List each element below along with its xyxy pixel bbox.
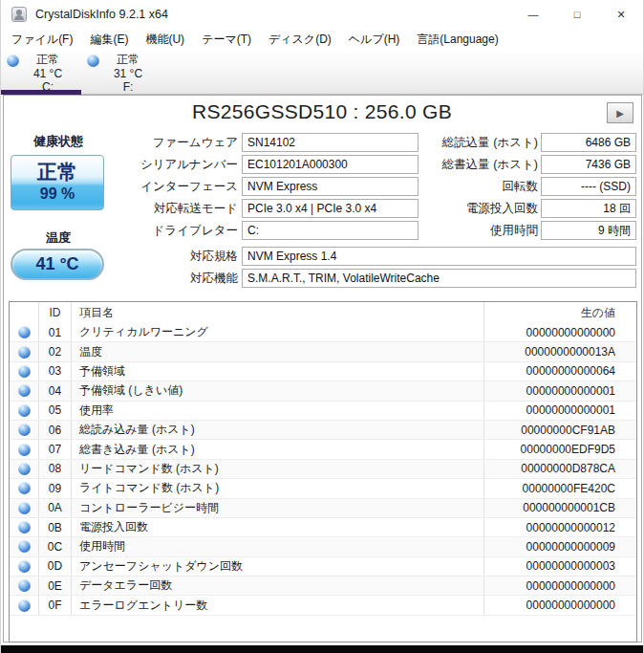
status-orb-icon (18, 540, 31, 553)
table-row[interactable]: 0E データエラー回数 00000000000000 (10, 577, 636, 596)
tab-status: 正常 (98, 53, 158, 67)
window-bottom-edge (1, 645, 643, 653)
attribute-id: 07 (38, 440, 71, 458)
table-row[interactable]: 04 予備領域 (しきい値) 00000000000001 (10, 381, 636, 401)
menu-item-disk[interactable]: ディスク(D) (260, 32, 340, 48)
drive-tab-c[interactable]: 正常 41 °C C: (1, 52, 81, 94)
attribute-id: 04 (38, 381, 71, 400)
minimize-button[interactable]: — (511, 0, 555, 29)
header-id: ID (38, 302, 71, 323)
attribute-raw-value: 00000000000001 (483, 381, 636, 400)
table-row[interactable]: 09 ライトコマンド数 (ホスト) 00000000FE420C (10, 479, 636, 498)
attribute-raw-value: 00000000000000 (483, 577, 636, 595)
status-orb-icon (18, 482, 31, 494)
attribute-name: 総読み込み量 (ホスト) (71, 421, 483, 439)
header-raw-value: 生の値 (483, 302, 636, 323)
attribute-raw-value: 00000000000000 (483, 323, 636, 341)
app-icon (11, 7, 27, 22)
table-row[interactable]: 02 温度 0000000000013A (10, 342, 636, 361)
attribute-raw-value: 00000000FE420C (483, 479, 636, 497)
field-label: 回転数 (393, 177, 538, 196)
field-label: ファームウェア (1, 133, 238, 152)
field-value-box: 18 回 (541, 199, 636, 218)
attribute-name: 予備領域 (しきい値) (71, 381, 483, 400)
menu-item-theme[interactable]: テーマ(T) (193, 32, 260, 48)
menu-item-function[interactable]: 機能(U) (137, 32, 193, 48)
attribute-id: 09 (38, 479, 71, 497)
menu-item-file[interactable]: ファイル(F) (3, 32, 81, 48)
field-value-box: 9 時間 (541, 221, 636, 240)
field-label: 使用時間 (393, 221, 538, 240)
maximize-button[interactable]: □ (555, 0, 599, 29)
table-row[interactable]: 0B 電源投入回数 00000000000012 (10, 518, 636, 537)
window-titlebar: CrystalDiskInfo 9.2.1 x64 — □ ✕ (1, 0, 643, 29)
drive-tabstrip: 正常 41 °C C: 正常 31 °C F: (1, 50, 643, 95)
attribute-id: 0A (38, 499, 71, 517)
attribute-name: 使用率 (71, 402, 483, 420)
attribute-name: 電源投入回数 (71, 518, 483, 536)
attribute-raw-value: 000000000001CB (483, 499, 636, 517)
status-orb-icon (18, 599, 31, 612)
tab-drive-letter: F: (98, 80, 158, 95)
tab-status: 正常 (18, 53, 77, 67)
next-disk-button[interactable]: ▶ (607, 102, 633, 123)
attribute-raw-value: 00000000000003 (483, 557, 636, 576)
table-row[interactable]: 08 リードコマンド数 (ホスト) 00000000D878CA (10, 460, 636, 479)
table-row[interactable]: 05 使用率 00000000000001 (10, 402, 636, 421)
table-row[interactable]: 01 クリティカルワーニング 00000000000000 (10, 323, 636, 342)
status-orb-icon (18, 463, 31, 475)
status-orb-icon (18, 502, 31, 514)
drive-tab-f[interactable]: 正常 31 °C F: (81, 52, 161, 94)
status-orb-icon (18, 346, 31, 359)
attribute-raw-value: 00000000000000 (483, 596, 636, 614)
field-value-box: NVM Express 1.4 (242, 247, 636, 266)
attribute-raw-value: 00000000EDF9D5 (483, 440, 636, 458)
attribute-name: データエラー回数 (71, 577, 483, 595)
field-label: 対応規格 (1, 247, 238, 266)
attribute-raw-value: 00000000000001 (483, 402, 636, 420)
table-row[interactable]: 0F エラーログエントリー数 00000000000000 (10, 596, 636, 615)
menu-item-language[interactable]: 言語(Language) (408, 32, 506, 48)
field-label: 総読込量 (ホスト) (393, 133, 538, 152)
attribute-id: 0F (38, 596, 71, 614)
attribute-id: 0D (38, 557, 71, 576)
table-row[interactable]: 06 総読み込み量 (ホスト) 00000000CF91AB (10, 421, 636, 440)
attribute-name: 温度 (71, 342, 483, 360)
attribute-name: アンセーフシャットダウン回数 (71, 557, 483, 576)
status-orb-icon (18, 384, 31, 397)
status-orb-icon (18, 560, 31, 573)
attribute-raw-value: 00000000000009 (483, 537, 636, 555)
attribute-name: 予備領域 (71, 362, 483, 381)
attribute-id: 0E (38, 577, 71, 595)
table-header-row: ID 項目名 生の値 (10, 302, 636, 323)
attribute-id: 01 (38, 323, 71, 341)
field-label: 電源投入回数 (393, 199, 538, 218)
attribute-id: 02 (38, 342, 71, 360)
attribute-name: クリティカルワーニング (71, 323, 483, 341)
menu-item-help[interactable]: ヘルプ(H) (340, 32, 409, 48)
header-name: 項目名 (71, 302, 483, 323)
table-row[interactable]: 03 予備領域 00000000000064 (10, 362, 636, 381)
attribute-raw-value: 00000000000012 (483, 518, 636, 536)
table-row[interactable]: 0D アンセーフシャットダウン回数 00000000000003 (10, 557, 636, 577)
close-button[interactable]: ✕ (599, 0, 643, 29)
attribute-id: 0C (38, 537, 71, 555)
status-orb-icon (18, 579, 31, 592)
field-label: シリアルナンバー (1, 155, 238, 174)
field-label: インターフェース (1, 177, 238, 196)
attribute-raw-value: 0000000000013A (483, 342, 636, 360)
status-orb-icon (18, 365, 31, 378)
crystaldiskinfo-window: CrystalDiskInfo 9.2.1 x64 — □ ✕ ファイル(F) … (0, 0, 644, 653)
table-row[interactable]: 0C 使用時間 00000000000009 (10, 537, 636, 556)
attribute-id: 0B (38, 518, 71, 536)
menu-item-edit[interactable]: 編集(E) (81, 32, 137, 48)
play-icon: ▶ (616, 108, 624, 119)
attribute-name: コントローラービジー時間 (71, 499, 483, 517)
menubar: ファイル(F) 編集(E) 機能(U) テーマ(T) ディスク(D) ヘルプ(H… (1, 29, 643, 50)
attribute-name: 使用時間 (71, 537, 483, 555)
attribute-name: 総書き込み量 (ホスト) (71, 440, 483, 458)
table-row[interactable]: 07 総書き込み量 (ホスト) 00000000EDF9D5 (10, 440, 636, 459)
tab-temperature: 31 °C (98, 67, 158, 81)
table-row[interactable]: 0A コントローラービジー時間 000000000001CB (10, 499, 636, 518)
field-label: 対応機能 (1, 269, 238, 288)
